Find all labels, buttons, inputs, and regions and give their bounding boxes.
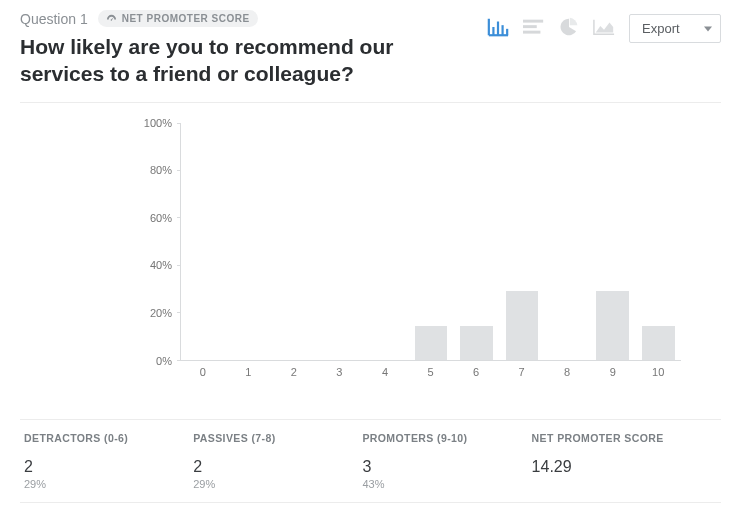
horizontal-bar-icon[interactable] (523, 18, 545, 40)
caret-down-icon (704, 26, 712, 31)
chart-toolbar: Export (487, 14, 721, 43)
bar-chart-icon[interactable] (487, 17, 509, 41)
passives-count: 2 (193, 458, 354, 476)
y-axis-label: 40% (150, 259, 172, 271)
question-text: How likely are you to recommend our serv… (20, 33, 400, 88)
x-axis-label: 6 (453, 361, 499, 383)
detractors-label: DETRACTORS (0-6) (24, 432, 185, 444)
y-axis-label: 100% (144, 117, 172, 129)
chart-plot-area (180, 123, 681, 361)
nps-bar-chart: 0%20%40%60%80%100% 012345678910 (120, 123, 681, 383)
nps-value: 14.29 (532, 458, 717, 476)
x-axis-label: 0 (180, 361, 226, 383)
detractors-count: 2 (24, 458, 185, 476)
passives-label: PASSIVES (7-8) (193, 432, 354, 444)
gauge-icon (106, 13, 117, 24)
pie-chart-icon[interactable] (559, 17, 579, 41)
chart-bar (499, 123, 544, 360)
chart-bar (317, 123, 362, 360)
passives-pct: 29% (193, 478, 354, 490)
detractors-pct: 29% (24, 478, 185, 490)
x-axis-label: 4 (362, 361, 408, 383)
nps-badge: NET PROMOTER SCORE (98, 10, 258, 27)
divider (20, 102, 721, 103)
chart-bar (545, 123, 590, 360)
x-axis-label: 5 (408, 361, 454, 383)
chart-bar (454, 123, 499, 360)
export-button[interactable]: Export (629, 14, 721, 43)
svg-rect-6 (523, 19, 543, 22)
chart-bar (363, 123, 408, 360)
nps-col: NET PROMOTER SCORE 14.29 (528, 420, 721, 502)
x-axis-label: 3 (317, 361, 363, 383)
export-button-label: Export (642, 21, 680, 36)
chart-bar (636, 123, 681, 360)
x-axis-label: 8 (544, 361, 590, 383)
x-axis-label: 2 (271, 361, 317, 383)
svg-rect-8 (523, 30, 540, 33)
nps-label: NET PROMOTER SCORE (532, 432, 717, 444)
nps-summary: DETRACTORS (0-6) 2 29% PASSIVES (7-8) 2 … (20, 419, 721, 503)
question-number: Question 1 (20, 11, 88, 27)
nps-badge-label: NET PROMOTER SCORE (122, 13, 250, 24)
y-axis-label: 20% (150, 307, 172, 319)
promoters-count: 3 (362, 458, 523, 476)
chart-bar (181, 123, 226, 360)
chart-bar (590, 123, 635, 360)
x-axis-label: 9 (590, 361, 636, 383)
svg-rect-7 (523, 25, 537, 28)
promoters-col: PROMOTERS (9-10) 3 43% (358, 420, 527, 502)
chart-bar (226, 123, 271, 360)
chart-bar (408, 123, 453, 360)
promoters-label: PROMOTERS (9-10) (362, 432, 523, 444)
x-axis-label: 10 (635, 361, 681, 383)
y-axis-label: 0% (156, 355, 172, 367)
passives-col: PASSIVES (7-8) 2 29% (189, 420, 358, 502)
x-axis-label: 1 (226, 361, 272, 383)
area-chart-icon[interactable] (593, 18, 615, 40)
y-axis-label: 60% (150, 212, 172, 224)
chart-bar (272, 123, 317, 360)
promoters-pct: 43% (362, 478, 523, 490)
detractors-col: DETRACTORS (0-6) 2 29% (20, 420, 189, 502)
x-axis-label: 7 (499, 361, 545, 383)
y-axis-label: 80% (150, 164, 172, 176)
